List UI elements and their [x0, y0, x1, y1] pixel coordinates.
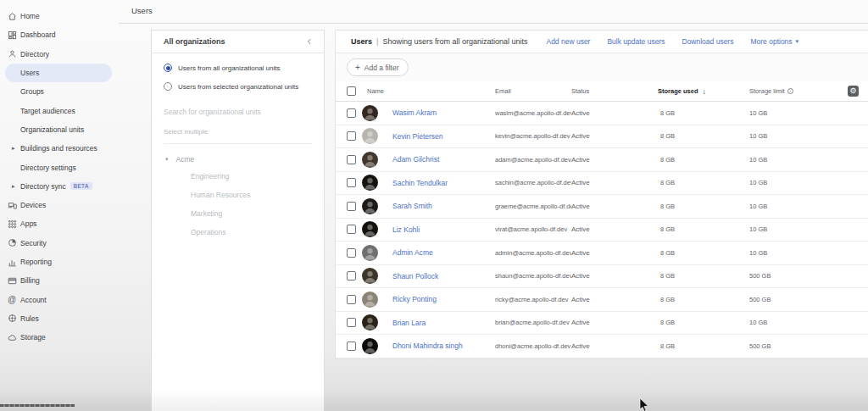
user-name-link[interactable]: Brian Lara — [387, 319, 495, 327]
org-unit-marketing[interactable]: Marketing — [152, 204, 324, 223]
sidebar-item-label: Storage — [20, 333, 46, 342]
table-row[interactable]: Sarah Smith graeme@acme.apollo-df.dev Ac… — [336, 195, 868, 219]
user-status: Active — [571, 249, 636, 257]
sidebar-item-directory[interactable]: Directory — [0, 45, 112, 64]
sidebar-item-label: Users — [20, 69, 39, 77]
manage-columns-icon[interactable]: ⚙ — [848, 86, 859, 97]
add-new-user-button[interactable]: Add new user — [546, 37, 590, 46]
storage-limit-label: Storage limit — [749, 87, 785, 95]
column-header-status[interactable]: Status — [571, 87, 636, 95]
storage-limit-value: 10 GB — [749, 109, 804, 117]
sidebar-item-users[interactable]: Users — [5, 64, 112, 82]
table-row[interactable]: Shaun Pollock shaun@acme.apollo-df.dev A… — [336, 265, 868, 289]
rules-icon — [7, 314, 17, 324]
storage-used-value: 8 GB — [636, 225, 678, 233]
user-name-link[interactable]: Sarah Smith — [387, 202, 495, 210]
sort-descending-icon: ↓ — [703, 87, 706, 96]
sidebar-item-organizational-units[interactable]: Organizational units — [0, 120, 112, 139]
org-unit-operations[interactable]: Operations — [152, 223, 324, 242]
sidebar-item-home[interactable]: Home — [0, 7, 112, 25]
org-tree-root[interactable]: ▾ Acme — [152, 152, 324, 167]
sidebar-item-rules[interactable]: Rules — [0, 309, 112, 328]
user-name-link[interactable]: Kevin Pietersen — [387, 132, 495, 141]
row-checkbox[interactable] — [347, 178, 356, 187]
table-row[interactable]: Liz Kohli virat@acme.apollo-df.dev Activ… — [336, 219, 868, 242]
bulk-update-users-button[interactable]: Bulk update users — [607, 37, 665, 46]
table-row[interactable]: Kevin Pietersen kevin@acme.apollo-df.dev… — [336, 125, 868, 149]
chevron-down-icon[interactable]: ▾ — [165, 156, 169, 163]
user-name-link[interactable]: Admin Acme — [387, 248, 495, 257]
row-checkbox[interactable] — [347, 271, 356, 280]
sidebar-item-directory-settings[interactable]: Directory settings — [0, 158, 112, 176]
sidebar-item-target-audiences[interactable]: Target audiences — [0, 101, 112, 119]
radio-button-icon[interactable] — [164, 82, 172, 91]
storage-used-value: 8 GB — [636, 156, 678, 164]
user-status: Active — [571, 225, 636, 233]
table-row[interactable]: Dhoni Mahindra singh dhoni@acme.apollo-d… — [336, 335, 868, 358]
row-checkbox[interactable] — [347, 342, 356, 351]
sidebar-item-apps[interactable]: Apps — [0, 214, 112, 233]
horizontal-scrollbar[interactable] — [0, 404, 75, 407]
radio-users-from-all-organizational-units[interactable]: Users from all organizational units — [152, 58, 324, 77]
sidebar-item-groups[interactable]: Groups — [0, 82, 112, 101]
table-row[interactable]: Wasim Akram wasim@acme.apollo-df.dev Act… — [336, 102, 868, 125]
chevron-right-icon[interactable]: ▸ — [12, 145, 15, 152]
row-checkbox[interactable] — [347, 155, 356, 164]
sidebar-item-billing[interactable]: Billing — [0, 271, 112, 290]
row-checkbox[interactable] — [347, 131, 356, 141]
sidebar-item-dashboard[interactable]: Dashboard — [0, 25, 112, 44]
user-name-link[interactable]: Wasim Akram — [387, 108, 495, 117]
user-name-link[interactable]: Dhoni Mahindra singh — [387, 342, 495, 350]
chevron-down-icon: ▾ — [796, 38, 799, 45]
sidebar-item-label: Directory — [20, 50, 49, 58]
table-row[interactable]: Admin Acme admin@acme.apollo-df.dev Acti… — [336, 242, 868, 265]
row-checkbox[interactable] — [347, 295, 356, 304]
user-name-link[interactable]: Adam Gilchrist — [387, 155, 495, 164]
top-bar: Users — [119, 0, 868, 24]
user-name-link[interactable]: Sachin Tendulkar — [387, 179, 495, 187]
user-status: Active — [571, 156, 636, 164]
table-row[interactable]: Sachin Tendulkar sachin@acme.apollo-df.d… — [336, 172, 868, 196]
user-email: virat@acme.apollo-df.dev — [495, 225, 571, 233]
sidebar-item-account[interactable]: @Account — [0, 290, 112, 308]
user-name-link[interactable]: Ricky Ponting — [387, 295, 495, 303]
more-options-button[interactable]: More options ▾ — [750, 37, 798, 46]
select-multiple-button[interactable]: Select multiple — [164, 128, 312, 144]
radio-button-icon[interactable] — [164, 64, 172, 72]
sidebar-item-storage[interactable]: Storage — [0, 328, 112, 347]
collapse-panel-icon[interactable] — [305, 37, 314, 46]
sidebar-item-devices[interactable]: Devices — [0, 196, 112, 214]
storage-icon — [7, 332, 17, 342]
user-name-link[interactable]: Shaun Pollock — [387, 272, 495, 280]
row-checkbox[interactable] — [347, 225, 356, 234]
table-row[interactable]: Ricky Ponting ricky@acme.apollo-df.dev A… — [336, 288, 868, 312]
radio-users-from-selected-organizational-units[interactable]: Users from selected organizational units — [152, 77, 324, 96]
column-header-name[interactable]: Name — [361, 87, 495, 95]
sidebar-item-buildings-and-resources[interactable]: ▸Buildings and resources — [0, 139, 112, 158]
org-unit-engineering[interactable]: Engineering — [152, 167, 324, 186]
sidebar-item-reporting[interactable]: Reporting — [0, 253, 112, 271]
user-name-link[interactable]: Liz Kohli — [387, 225, 495, 234]
sidebar-item-directory-sync[interactable]: ▸Directory syncBETA — [0, 177, 112, 196]
sidebar-item-security[interactable]: Security — [0, 234, 112, 253]
row-checkbox[interactable] — [347, 108, 356, 118]
column-header-email[interactable]: Email — [495, 87, 571, 95]
sidebar-item-label: Rules — [20, 314, 39, 323]
table-row[interactable]: Adam Gilchrist adam@acme.apollo-df.dev A… — [336, 148, 868, 172]
table-row[interactable]: Brian Lara brian@acme.apollo-df.dev Acti… — [336, 312, 868, 336]
row-checkbox[interactable] — [347, 248, 356, 258]
users-panel: Users | Showing users from all organizat… — [335, 30, 868, 359]
add-filter-button[interactable]: + Add a filter — [347, 58, 409, 76]
user-status: Active — [571, 272, 636, 280]
org-search-input[interactable]: Search for organizational units — [164, 108, 312, 116]
select-all-checkbox[interactable] — [347, 86, 356, 96]
plus-icon: + — [355, 63, 360, 72]
download-users-button[interactable]: Download users — [682, 37, 734, 46]
org-unit-human-resources[interactable]: Human Resources — [152, 186, 324, 204]
sidebar-item-label: Organizational units — [20, 125, 84, 134]
column-header-storage-used[interactable]: Storage used ↓ — [636, 87, 749, 96]
column-header-storage-limit[interactable]: Storage limit i — [749, 87, 804, 95]
row-checkbox[interactable] — [347, 318, 356, 327]
chevron-right-icon[interactable]: ▸ — [12, 183, 15, 190]
row-checkbox[interactable] — [347, 202, 356, 211]
